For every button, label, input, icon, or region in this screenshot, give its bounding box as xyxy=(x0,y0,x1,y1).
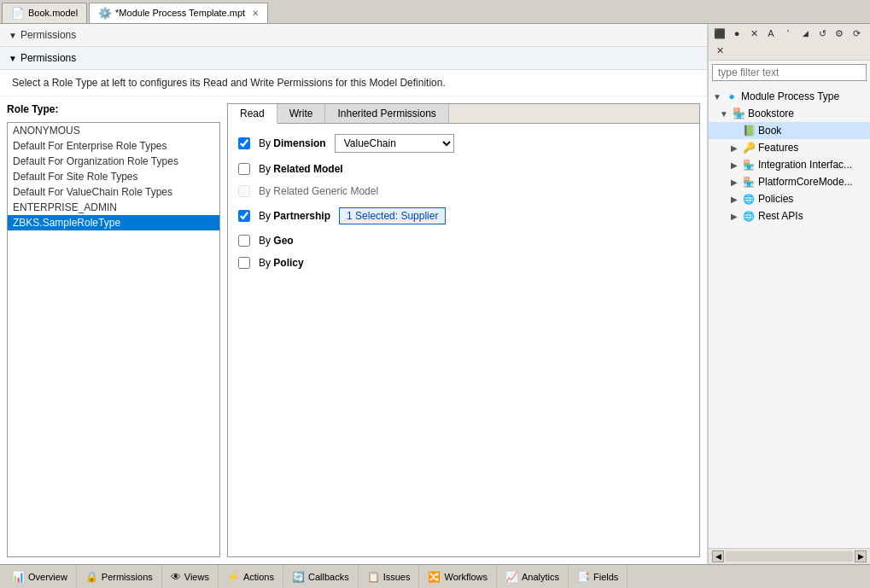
by-partnership-label: By Partnership xyxy=(259,210,330,222)
permissions-subtitle: ▼ Permissions xyxy=(0,47,707,70)
toolbar-btn-7[interactable]: ↺ xyxy=(815,26,830,41)
tree-item-module-process-type[interactable]: ▼ ● Module Process Type xyxy=(709,88,870,105)
bottom-tab-fields-label: Fields xyxy=(593,572,618,582)
dimension-dropdown[interactable]: ValueChain xyxy=(335,134,454,153)
toolbar-btn-3[interactable]: ✕ xyxy=(746,26,762,41)
tab-bar: 📄 Book.model ⚙️ *Module Process Template… xyxy=(0,0,870,24)
by-policy-checkbox[interactable] xyxy=(238,257,250,269)
toolbar-btn-4[interactable]: A xyxy=(763,26,779,41)
bottom-tab-analytics-label: Analytics xyxy=(522,572,559,582)
tree-item-policies[interactable]: ▶ 🌐 Policies xyxy=(709,190,870,207)
scroll-left-button[interactable]: ◀ xyxy=(712,550,724,562)
permissions-subtitle-label: Permissions xyxy=(20,52,76,64)
tree-area: ▼ ● Module Process Type ▼ 🏪 Bookstore 📗 … xyxy=(709,84,870,548)
tab-module-process-template[interactable]: ⚙️ *Module Process Template.mpt ✕ xyxy=(89,3,268,23)
by-geo-checkbox[interactable] xyxy=(238,235,250,247)
bottom-tab-views[interactable]: 👁 Views xyxy=(162,565,219,588)
issues-icon: 📋 xyxy=(367,571,380,583)
tree-item-label-policies: Policies xyxy=(758,193,793,205)
bottom-tab-permissions[interactable]: 🔒 Permissions xyxy=(77,565,162,588)
by-partnership-row: By Partnership 1 Selected: Supplier xyxy=(238,207,689,224)
right-filter xyxy=(709,61,870,84)
tree-item-label-module: Module Process Type xyxy=(741,90,839,102)
toolbar-btn-1[interactable]: ⬛ xyxy=(712,26,727,41)
role-type-item-anonymous[interactable]: ANONYMOUS xyxy=(8,123,219,138)
tree-item-features[interactable]: ▶ 🔑 Features xyxy=(709,139,870,156)
bottom-tab-views-label: Views xyxy=(184,572,209,582)
tree-item-label-platform: PlatformCoreMode... xyxy=(758,176,853,188)
restapis-icon: 🌐 xyxy=(742,209,756,223)
by-dimension-label: By Dimension xyxy=(259,137,326,149)
expand-icon-module[interactable]: ▼ xyxy=(712,91,722,102)
toolbar-btn-9[interactable]: ⟳ xyxy=(849,26,864,41)
book-model-icon: 📄 xyxy=(11,7,25,20)
by-dimension-checkbox[interactable] xyxy=(238,137,250,149)
by-partnership-checkbox[interactable] xyxy=(238,210,250,222)
toolbar-btn-6[interactable]: ◢ xyxy=(797,26,813,41)
permissions-title[interactable]: ▼ Permissions xyxy=(9,29,698,41)
role-type-item-enterprise-admin[interactable]: ENTERPRISE_ADMIN xyxy=(8,200,219,215)
tree-item-integration[interactable]: ▶ 🏪 Integration Interfac... xyxy=(709,156,870,173)
tab-nav-inherited[interactable]: Inherited Permissions xyxy=(325,104,448,123)
bottom-tab-issues[interactable]: 📋 Issues xyxy=(359,565,420,588)
book-icon: 📗 xyxy=(742,124,756,137)
scroll-right-button[interactable]: ▶ xyxy=(855,550,867,562)
by-policy-label: By Policy xyxy=(259,257,304,269)
role-type-item-valuechain[interactable]: Default For ValueChain Role Types xyxy=(8,184,219,200)
expand-icon-restapis[interactable]: ▶ xyxy=(729,211,739,221)
tree-item-label-restapis: Rest APIs xyxy=(758,210,803,222)
toolbar-btn-5[interactable]: ' xyxy=(780,26,796,41)
main-area: ▼ Permissions ▼ Permissions Select a Rol… xyxy=(0,24,870,564)
bottom-tab-issues-label: Issues xyxy=(383,572,411,582)
module-process-template-icon: ⚙️ xyxy=(98,7,112,20)
bottom-tab-actions[interactable]: ⚡ Actions xyxy=(219,565,283,588)
tree-item-restapis[interactable]: ▶ 🌐 Rest APIs xyxy=(709,207,870,224)
tree-filter-input[interactable] xyxy=(712,64,867,81)
bottom-tab-analytics[interactable]: 📈 Analytics xyxy=(497,565,569,588)
features-icon: 🔑 xyxy=(742,141,756,154)
role-type-item-organization[interactable]: Default For Organization Role Types xyxy=(8,154,219,169)
expand-icon-integration[interactable]: ▶ xyxy=(729,160,739,170)
tab-book-model[interactable]: 📄 Book.model xyxy=(2,3,87,23)
overview-icon: 📊 xyxy=(12,571,25,583)
views-icon: 👁 xyxy=(171,571,181,583)
bottom-bar: 📊 Overview 🔒 Permissions 👁 Views ⚡ Actio… xyxy=(0,564,870,588)
tree-item-label-book: Book xyxy=(758,125,781,137)
bottom-tab-overview[interactable]: 📊 Overview xyxy=(3,565,77,588)
expand-icon-features[interactable]: ▶ xyxy=(729,143,739,153)
toolbar-btn-8[interactable]: ⚙ xyxy=(832,26,847,41)
tree-item-bookstore[interactable]: ▼ 🏪 Bookstore xyxy=(709,105,870,122)
bottom-tab-workflows[interactable]: 🔀 Workflows xyxy=(419,565,497,588)
role-type-item-enterprise[interactable]: Default For Enterprise Role Types xyxy=(8,138,219,154)
workflows-icon: 🔀 xyxy=(428,571,441,583)
partnership-badge[interactable]: 1 Selected: Supplier xyxy=(339,207,446,224)
collapse-arrow-icon: ▼ xyxy=(9,31,17,40)
expand-icon-bookstore[interactable]: ▼ xyxy=(719,108,729,119)
scroll-track[interactable] xyxy=(726,551,853,562)
role-type-item-zbks[interactable]: ZBKS.SampleRoleType xyxy=(8,215,219,230)
expand-icon-platform[interactable]: ▶ xyxy=(729,177,739,187)
left-panel: ▼ Permissions ▼ Permissions Select a Rol… xyxy=(0,24,708,564)
tab-nav-read[interactable]: Read xyxy=(228,104,277,124)
analytics-icon: 📈 xyxy=(505,571,518,583)
tree-item-platform[interactable]: ▶ 🏪 PlatformCoreMode... xyxy=(709,173,870,190)
bottom-tab-callbacks[interactable]: 🔄 Callbacks xyxy=(283,565,359,588)
integration-icon: 🏪 xyxy=(742,158,756,172)
tab-nav-write[interactable]: Write xyxy=(277,104,326,123)
by-dimension-row: By Dimension ValueChain xyxy=(238,134,689,153)
toolbar-btn-close[interactable]: ✕ xyxy=(712,43,727,58)
tree-item-label-features: Features xyxy=(758,142,798,154)
by-related-generic-model-row: By Related Generic Model xyxy=(238,185,689,197)
close-tab-button[interactable]: ✕ xyxy=(252,9,259,18)
right-panel: ⬛ ● ✕ A ' ◢ ↺ ⚙ ⟳ ✕ ▼ ● Module Process T… xyxy=(708,24,870,564)
by-related-model-checkbox[interactable] xyxy=(238,163,250,175)
bottom-tab-fields[interactable]: 📑 Fields xyxy=(569,565,628,588)
expand-icon-policies[interactable]: ▶ xyxy=(729,194,739,204)
tree-item-book[interactable]: 📗 Book xyxy=(709,122,870,139)
role-type-item-site[interactable]: Default For Site Role Types xyxy=(8,169,219,184)
toolbar-btn-2[interactable]: ● xyxy=(729,26,744,41)
permissions-icon: 🔒 xyxy=(85,571,98,583)
role-type-list: ANONYMOUS Default For Enterprise Role Ty… xyxy=(7,122,220,557)
by-related-model-row: By Related Model xyxy=(238,163,689,175)
expand-icon-book xyxy=(729,125,739,136)
